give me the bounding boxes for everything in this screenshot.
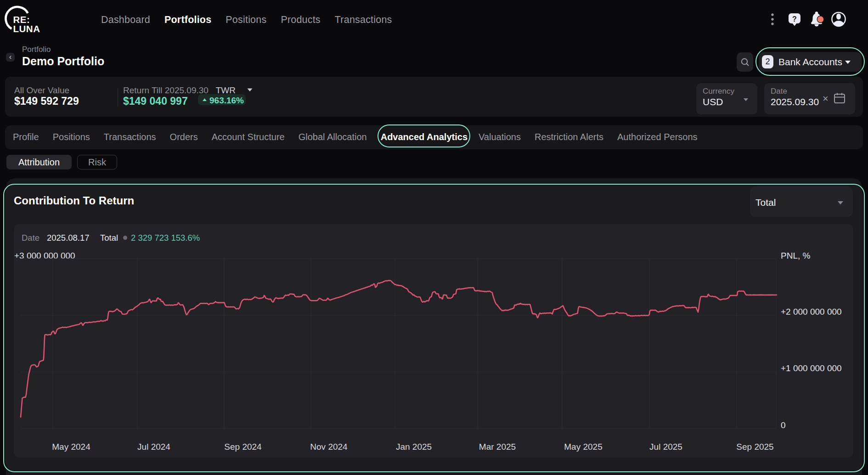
svg-text:?: ? <box>792 15 797 23</box>
svg-text:LUNA: LUNA <box>13 23 40 34</box>
